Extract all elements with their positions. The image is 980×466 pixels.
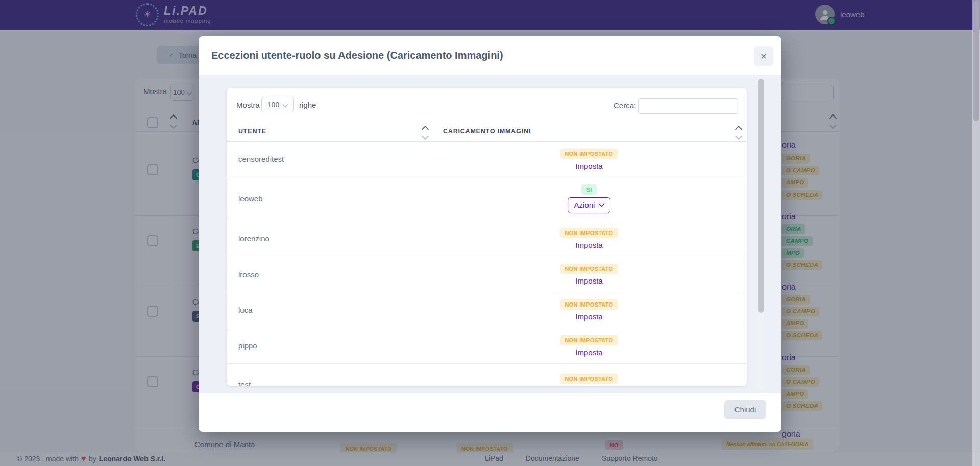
table-header: UTENTE CARICAMENTO IMMAGINI (227, 123, 747, 142)
status-cell: NON IMPOSTATO Imposta (431, 142, 747, 177)
chevron-down-icon (599, 201, 605, 207)
status-cell: NON IMPOSTATO Imposta (431, 257, 747, 292)
sort-icon-utente[interactable] (423, 127, 428, 139)
user-cell: lorenzino (227, 220, 431, 257)
status-badge: NON IMPOSTATO (560, 374, 618, 384)
status-badge-si: SI (581, 184, 597, 195)
status-badge: NON IMPOSTATO (560, 228, 618, 238)
status-cell: NON IMPOSTATO Imposta (431, 364, 747, 386)
chiudi-button[interactable]: Chiudi (724, 400, 766, 419)
table-row: pippo NON IMPOSTATO Imposta (227, 328, 747, 364)
app-root: ✳ Li.PAD mobile mapping leoweb ‹ (0, 0, 980, 466)
table-controls: Mostra 100 righe Cerca: (227, 88, 747, 123)
status-badge: NON IMPOSTATO (560, 149, 618, 159)
status-badge: NON IMPOSTATO (560, 335, 618, 345)
azioni-dropdown-button[interactable]: Azioni (568, 197, 611, 213)
imposta-link[interactable]: Imposta (575, 161, 602, 170)
imposta-link[interactable]: Imposta (575, 276, 602, 285)
modal-title: Eccezioni utente-ruolo su Adesione (Cari… (211, 50, 503, 61)
table-row: censoreditest NON IMPOSTATO Imposta (227, 142, 747, 177)
azioni-label: Azioni (574, 201, 595, 209)
search-input[interactable] (638, 98, 738, 114)
modal-scrollbar[interactable] (758, 78, 764, 390)
search-label: Cerca: (614, 101, 636, 110)
user-cell: test (227, 364, 431, 386)
modal-table-card: Mostra 100 righe Cerca: UTENTE CARICAMEN… (227, 88, 747, 386)
close-glyph: ✕ (760, 52, 767, 61)
table-row: luca NON IMPOSTATO Imposta (227, 292, 747, 328)
close-icon[interactable]: ✕ (754, 46, 773, 66)
sort-icon-caricamento[interactable] (736, 127, 741, 139)
rows-suffix-label: righe (299, 101, 316, 109)
status-cell: NON IMPOSTATO Imposta (431, 292, 747, 328)
column-header-utente[interactable]: UTENTE (238, 128, 266, 135)
status-cell: NON IMPOSTATO Imposta (431, 220, 747, 257)
status-cell: SI Azioni (431, 177, 747, 220)
page-size-select[interactable]: 100 (261, 97, 294, 112)
page-scrollbar[interactable] (972, 0, 980, 466)
column-header-caricamento[interactable]: CARICAMENTO IMMAGINI (443, 128, 531, 135)
modal-scrollbar-thumb[interactable] (758, 79, 764, 313)
user-cell: censoreditest (227, 142, 431, 177)
user-cell: pippo (227, 328, 431, 363)
chevron-down-icon (283, 102, 288, 107)
status-badge: NON IMPOSTATO (560, 264, 618, 274)
exceptions-modal: Eccezioni utente-ruolo su Adesione (Cari… (199, 36, 781, 432)
table-row: lorenzino NON IMPOSTATO Imposta (227, 220, 747, 257)
table-row: lrosso NON IMPOSTATO Imposta (227, 257, 747, 292)
status-cell: NON IMPOSTATO Imposta (431, 328, 747, 363)
modal-footer: Chiudi (199, 393, 781, 432)
show-label: Mostra (236, 101, 260, 109)
page-scrollbar-thumb[interactable] (973, 1, 979, 121)
modal-body: Mostra 100 righe Cerca: UTENTE CARICAMEN… (199, 75, 781, 393)
imposta-link[interactable]: Imposta (575, 312, 602, 321)
table-row: leoweb SI Azioni (227, 177, 747, 220)
user-cell: luca (227, 292, 431, 328)
imposta-link[interactable]: Imposta (575, 241, 602, 249)
table-row: test NON IMPOSTATO Imposta (227, 364, 747, 386)
imposta-link[interactable]: Imposta (575, 348, 602, 357)
user-cell: leoweb (227, 177, 431, 220)
status-badge: NON IMPOSTATO (560, 299, 618, 310)
page-size-value: 100 (267, 101, 279, 109)
user-cell: lrosso (227, 257, 431, 292)
